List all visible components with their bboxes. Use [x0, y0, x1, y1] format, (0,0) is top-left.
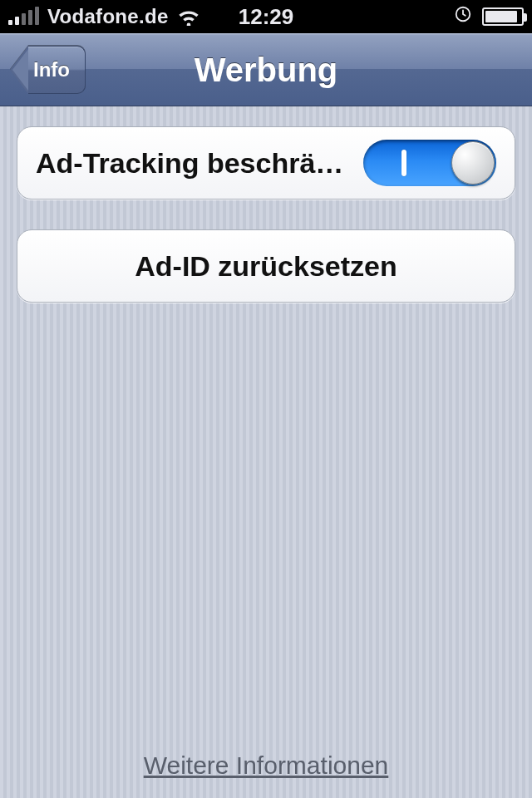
- navigation-bar: Info Werbung: [0, 33, 532, 106]
- toggle-knob-icon: [451, 141, 495, 185]
- wifi-icon: [177, 7, 200, 26]
- reset-ad-id-button[interactable]: Ad-ID zurücksetzen: [17, 229, 515, 303]
- more-info-link[interactable]: Weitere Informationen: [144, 751, 389, 785]
- carrier-label: Vodafone.de: [47, 5, 169, 28]
- status-bar: Vodafone.de 12:29: [0, 0, 532, 33]
- signal-strength-icon: [8, 8, 39, 25]
- battery-icon: [482, 7, 524, 26]
- limit-ad-tracking-label: Ad-Tracking beschränken: [36, 147, 363, 180]
- status-left: Vodafone.de: [8, 5, 200, 28]
- back-button-label: Info: [28, 46, 86, 94]
- content-area: Ad-Tracking beschränken Ad-ID zurücksetz…: [0, 106, 532, 798]
- status-right: [454, 5, 524, 28]
- limit-ad-tracking-row: Ad-Tracking beschränken: [17, 126, 515, 200]
- back-button[interactable]: Info: [10, 46, 86, 94]
- alarm-icon: [454, 5, 472, 28]
- reset-ad-id-label: Ad-ID zurücksetzen: [135, 250, 397, 283]
- page-title: Werbung: [195, 51, 338, 88]
- clock-time: 12:29: [239, 4, 294, 30]
- toggle-on-indicator-icon: [401, 150, 406, 176]
- chevron-left-icon: [10, 46, 28, 94]
- limit-ad-tracking-toggle[interactable]: [363, 140, 496, 186]
